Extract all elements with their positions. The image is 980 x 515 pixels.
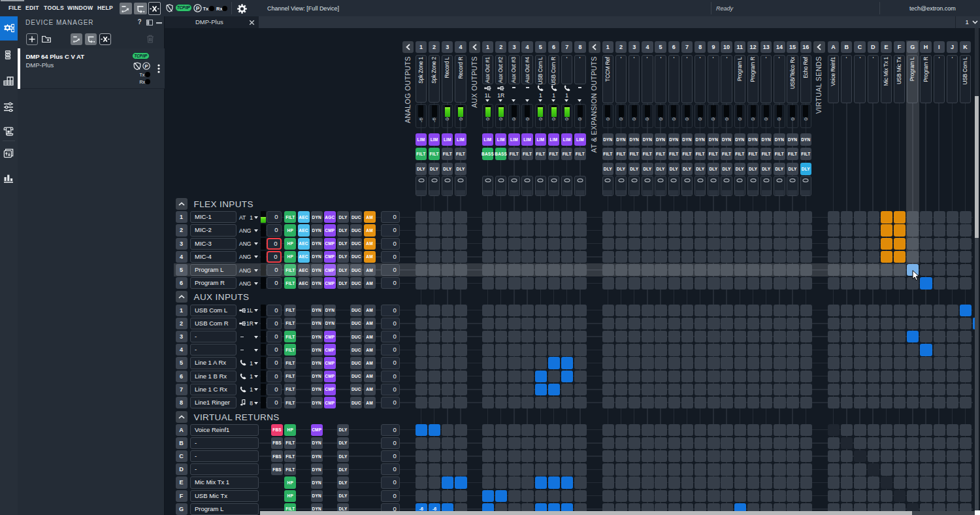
matrix-cell[interactable] [629,371,640,382]
matrix-cell[interactable] [708,318,719,329]
matrix-cell[interactable] [548,211,560,223]
matrix-cell[interactable] [854,490,866,502]
matrix-cell[interactable] [681,238,693,250]
matrix-cell[interactable] [841,397,853,408]
matrix-cell[interactable] [721,450,732,462]
matrix-cell[interactable] [894,384,906,395]
matrix-cell[interactable] [429,318,440,329]
matrix-cell[interactable] [574,238,586,250]
matrix-cell-active[interactable] [442,476,453,488]
matrix-cell-active[interactable] [894,224,906,236]
matrix-cell[interactable] [828,211,840,223]
matrix-cell[interactable] [960,251,972,263]
matrix-cell[interactable] [841,450,853,462]
matrix-cell[interactable] [708,238,719,250]
matrix-cell[interactable] [642,450,653,462]
matrix-cell[interactable] [442,384,453,395]
matrix-cell[interactable] [482,424,494,436]
matrix-cell[interactable] [629,344,640,356]
matrix-cell[interactable] [429,463,440,475]
matrix-cell[interactable] [561,238,573,250]
matrix-cell[interactable] [708,305,719,316]
matrix-cell[interactable] [881,424,892,436]
matrix-cell[interactable] [920,251,932,263]
matrix-cell[interactable] [800,437,812,449]
matrix-cell[interactable] [655,384,666,395]
matrix-cell[interactable] [561,384,573,395]
matrix-cell[interactable] [495,331,507,342]
matrix-cell[interactable] [774,211,785,223]
matrix-cell[interactable] [960,476,972,488]
matrix-cell[interactable] [760,305,772,316]
matrix-cell[interactable] [429,224,440,236]
matrix-cell[interactable] [455,397,466,408]
matrix-cell[interactable] [828,224,840,236]
matrix-cell[interactable] [642,305,653,316]
matrix-cell-active[interactable] [548,357,560,369]
matrix-cell[interactable] [442,463,453,475]
matrix-cell-active[interactable] [416,424,427,436]
matrix-cell[interactable] [721,437,732,449]
matrix-cell[interactable] [947,318,958,329]
matrix-cell[interactable] [442,331,453,342]
matrix-cell[interactable] [694,224,706,236]
matrix-cell[interactable] [629,397,640,408]
matrix-cell[interactable] [574,357,586,369]
matrix-cell[interactable] [734,318,746,329]
matrix-cell[interactable] [894,397,906,408]
matrix-cell[interactable] [416,251,427,263]
matrix-cell[interactable] [881,277,892,289]
matrix-cell[interactable] [881,318,892,329]
matrix-cell[interactable] [787,305,798,316]
matrix-cell[interactable] [668,211,680,223]
matrix-cell[interactable] [960,211,972,223]
matrix-cell[interactable] [800,251,812,263]
matrix-cell[interactable] [721,424,732,436]
matrix-cell[interactable] [642,238,653,250]
matrix-cell[interactable] [642,476,653,488]
matrix-cell[interactable] [907,318,919,329]
matrix-cell[interactable] [721,490,732,502]
matrix-cell[interactable] [734,251,746,263]
matrix-cell[interactable] [894,463,906,475]
matrix-cell[interactable] [787,211,798,223]
matrix-cell[interactable] [655,211,666,223]
matrix-cell[interactable] [760,211,772,223]
matrix-cell[interactable] [734,371,746,382]
matrix-cell[interactable] [854,331,866,342]
matrix-cell[interactable] [721,371,732,382]
matrix-cell[interactable] [681,211,693,223]
matrix-cell[interactable] [721,463,732,475]
matrix-cell[interactable] [416,490,427,502]
matrix-cell[interactable] [508,331,520,342]
matrix-cell[interactable] [642,251,653,263]
matrix-cell[interactable] [574,344,586,356]
matrix-cell-active[interactable] [881,211,892,223]
matrix-cell[interactable] [455,251,466,263]
matrix-cell[interactable] [574,318,586,329]
matrix-cell[interactable] [708,397,719,408]
v-scrollbar-track[interactable] [975,28,979,96]
matrix-cell[interactable] [960,397,972,408]
matrix-cell[interactable] [947,224,958,236]
v-scrollbar-track-lower[interactable] [975,238,979,510]
matrix-cell[interactable] [747,437,759,449]
matrix-cell[interactable] [721,476,732,488]
matrix-cell[interactable] [721,224,732,236]
matrix-cell[interactable] [668,450,680,462]
matrix-cell[interactable] [694,463,706,475]
matrix-cell[interactable] [947,424,958,436]
matrix-cell[interactable] [495,371,507,382]
matrix-cell[interactable] [708,371,719,382]
matrix-cell[interactable] [455,357,466,369]
matrix-cell[interactable] [602,397,614,408]
matrix-cell-active[interactable] [881,224,892,236]
matrix-cell[interactable] [508,371,520,382]
matrix-cell[interactable] [787,437,798,449]
matrix-cell[interactable] [800,463,812,475]
matrix-cell[interactable] [708,331,719,342]
matrix-cell-active[interactable] [561,476,573,488]
matrix-cell[interactable] [774,277,785,289]
matrix-cell[interactable] [508,318,520,329]
matrix-cell[interactable] [681,476,693,488]
